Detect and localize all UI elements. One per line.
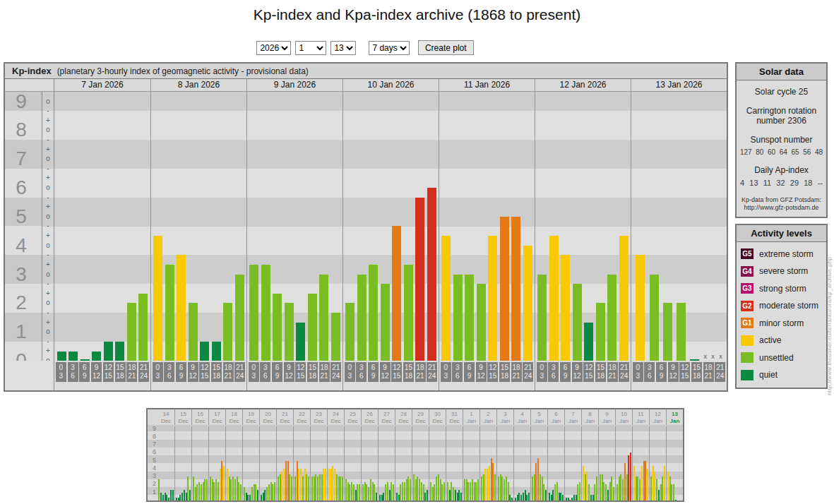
hour-label: 1215 [583,362,594,382]
mini-kp-bar [404,482,405,500]
hour-label: 03 [345,362,355,382]
mini-day-column [310,426,327,500]
mini-y-axis-label: 8 [148,433,156,440]
hour-label: 03 [249,362,259,382]
mini-kp-bar [438,474,439,500]
legend-label: extreme storm [759,249,814,259]
mini-kp-bar [340,476,341,500]
mini-kp-bar [501,476,503,500]
y-subtick-label: - [42,280,54,288]
mini-kp-bar [494,474,496,500]
range-select[interactable]: 7 days [369,41,410,55]
day-select[interactable]: 13 [330,41,356,55]
hour-label: 69 [176,362,186,382]
mini-kp-bar [376,493,377,500]
kp-bar [165,265,174,361]
mini-kp-bar [374,484,375,500]
mini-kp-bar [626,474,628,500]
create-plot-button[interactable]: Create plot [418,40,474,55]
mini-day-column [666,426,683,500]
mini-kp-bar [523,493,524,500]
mini-kp-bar [391,482,392,500]
hour-label: 1518 [403,362,414,382]
mini-kp-bar [179,495,181,500]
mini-kp-bar [594,484,595,500]
mini-kp-bar [603,482,604,500]
y-subtick-label: + [42,232,54,240]
day-column [535,92,631,361]
hour-label: 1215 [487,362,498,382]
kp-bar [427,188,436,361]
kp-bar [308,294,317,361]
mini-kp-bar [526,495,528,500]
legend-label: quiet [759,370,778,380]
mini-y-axis-label: 2 [148,480,156,487]
kp-bar [153,236,162,361]
kp-bar [441,236,451,361]
mini-day-column [225,426,242,500]
mini-kp-bar [281,472,282,500]
mini-day-column [395,426,412,500]
mini-kp-bar [230,479,232,500]
y-subtick-label: - [42,107,54,115]
mini-day-header: 27Dec [378,409,395,425]
hour-label: 1821 [223,362,234,382]
mini-day-header: 29Dec [412,409,429,425]
mini-kp-bar [641,466,643,500]
activity-levels-legend: G5extreme stormG4severe stormG3strong st… [737,242,826,388]
mini-kp-bar [667,472,669,500]
mini-kp-bar [158,479,160,500]
hour-label: 69 [560,362,571,382]
hour-label: 69 [272,362,282,382]
mini-kp-bar [381,495,383,500]
kp-bar [619,236,629,361]
mini-day-header: 24Dec [327,409,344,425]
mini-kp-bar [484,469,486,500]
mini-kp-bar [165,493,166,500]
mini-day-header: 17Dec [208,409,225,425]
mini-kp-bar [178,498,179,500]
y-subtick-label: o [42,126,54,134]
kp-bar [104,342,113,361]
mini-kp-bar [559,493,560,500]
mini-kp-bar [489,466,490,500]
kp-bar [296,323,305,361]
mini-day-column [564,426,581,500]
hour-label: 1821 [607,362,618,382]
mini-kp-bar [223,466,225,500]
mini-kp-bar [345,479,347,500]
kp-bar [127,303,136,361]
mini-kp-bar [297,461,298,500]
y-axis-label: 7 [5,148,37,170]
mini-kp-bar [280,474,281,500]
mini-kp-bar [568,498,569,500]
kp-bar [453,275,463,361]
mini-kp-bar [467,482,469,500]
hour-label: 36 [548,362,559,382]
mini-kp-bar [264,490,266,500]
mini-kp-bar [441,484,443,500]
legend-color-chip: G5 [741,248,753,259]
mini-kp-bar [492,463,494,500]
hour-label: 2124 [234,362,245,382]
hour-label: 36 [68,362,78,382]
mini-kp-bar [294,476,296,500]
hour-label: 1821 [415,362,426,382]
y-subtick-label: o [42,270,54,279]
mini-kp-bar [189,490,191,500]
hour-label: 1518 [211,362,222,382]
sunspot-label: Sunspot number [739,135,824,145]
hour-label: 69 [368,362,379,382]
mini-kp-bar [498,476,499,500]
y-axis-label: 3 [5,263,37,286]
year-select[interactable]: 2026 [256,41,291,55]
legend-item: unsettled [741,352,822,363]
mini-kp-bar [577,484,578,500]
ap-values: 41311322918-- [739,176,824,187]
hour-label: 912 [476,362,487,382]
mini-day-column [429,426,446,500]
mini-kp-bar [427,490,428,500]
kp-bar [57,352,66,361]
mini-day-column [174,426,191,500]
month-select[interactable]: 1 [295,41,326,55]
